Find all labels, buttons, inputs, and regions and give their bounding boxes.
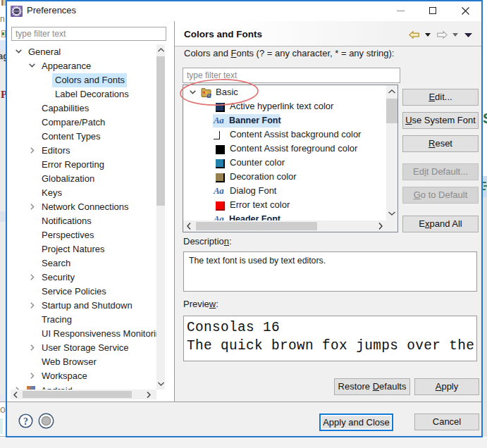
svg-text:?: ? xyxy=(23,416,28,427)
